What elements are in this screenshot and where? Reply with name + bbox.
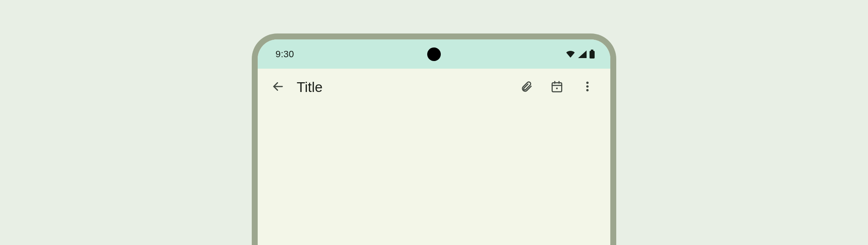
svg-rect-1 — [591, 50, 593, 51]
camera-punch-icon — [427, 47, 441, 61]
back-button[interactable] — [265, 75, 291, 100]
status-bar: 9:30 — [258, 39, 610, 69]
top-app-bar: Title — [258, 69, 610, 106]
svg-point-8 — [586, 82, 589, 84]
calendar-icon — [551, 80, 563, 95]
svg-rect-0 — [590, 51, 595, 58]
svg-point-10 — [586, 89, 589, 92]
more-vert-icon — [581, 80, 594, 95]
attach-button[interactable] — [514, 75, 539, 100]
arrow-back-icon — [272, 80, 284, 95]
svg-rect-3 — [552, 83, 562, 92]
attach-icon — [520, 80, 533, 95]
wifi-icon — [565, 50, 576, 58]
device-frame: 9:30 — [252, 33, 616, 245]
calendar-button[interactable] — [544, 75, 570, 100]
svg-point-7 — [556, 87, 558, 89]
stage: 9:30 — [0, 0, 868, 245]
cellular-signal-icon — [578, 50, 587, 58]
overflow-menu-button[interactable] — [575, 75, 600, 100]
battery-full-icon — [589, 50, 595, 59]
status-time: 9:30 — [275, 49, 294, 60]
status-icons — [565, 50, 595, 59]
app-bar-title: Title — [294, 79, 510, 95]
app-bar-actions — [514, 75, 603, 100]
device-screen: 9:30 — [258, 39, 610, 245]
svg-point-9 — [586, 85, 589, 88]
